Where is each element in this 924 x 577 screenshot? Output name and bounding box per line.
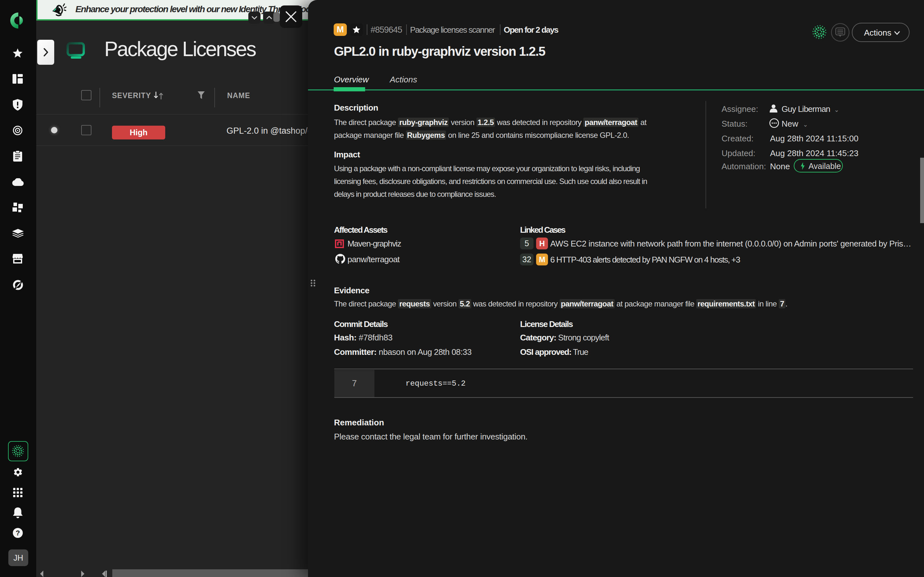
svg-text:?: ? <box>16 529 20 537</box>
